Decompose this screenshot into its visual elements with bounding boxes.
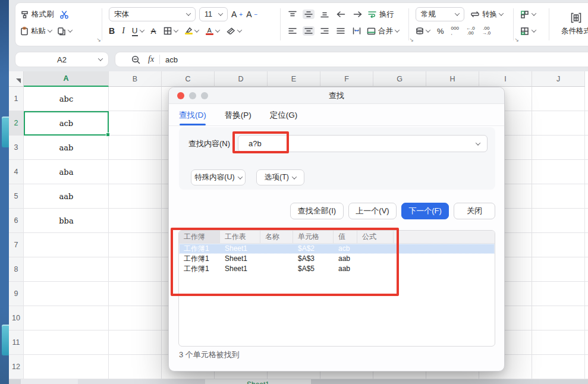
currency-button[interactable] (416, 27, 430, 35)
copy-button[interactable] (57, 27, 72, 36)
decrease-indent-icon[interactable] (335, 10, 347, 19)
borders-icon (163, 27, 172, 35)
fill-handle[interactable] (106, 133, 110, 137)
zoom-out-magnifier-icon[interactable] (131, 55, 140, 64)
dialog-tab-row: 查找(D) 替换(P) 定位(G) (169, 104, 504, 126)
dialog-title-bar[interactable]: 查找 (169, 87, 504, 104)
options-button[interactable]: 选项(T) (256, 169, 304, 185)
merge-cells-button[interactable]: 合并 (367, 26, 399, 36)
cell-A1[interactable]: abc (24, 87, 109, 111)
justify-icon[interactable] (335, 26, 347, 36)
cell-A4[interactable]: aba (24, 160, 109, 184)
percent-style-button[interactable]: % (437, 27, 444, 36)
close-traffic-light[interactable] (177, 92, 184, 99)
column-header-C[interactable]: C (162, 71, 215, 87)
chevron-down-icon (194, 27, 199, 32)
font-family-combo[interactable]: 宋体 (109, 7, 196, 21)
tab-replace[interactable]: 替换(P) (225, 110, 251, 125)
align-top-icon[interactable] (287, 10, 298, 19)
next-button[interactable]: 下一个(F) (401, 203, 449, 219)
row-header-2[interactable]: 2 (9, 111, 24, 136)
row-header-9[interactable]: 9 (9, 282, 24, 306)
select-all-corner[interactable] (9, 71, 24, 87)
row-header-10[interactable]: 10 (9, 306, 24, 331)
increase-indent-icon[interactable] (351, 10, 364, 19)
cell-A3[interactable]: aab (24, 136, 109, 160)
cell-A6[interactable]: bba (24, 209, 109, 233)
formula-bar-value[interactable]: acb (165, 55, 178, 64)
paste-button[interactable]: 粘贴 (20, 26, 52, 36)
column-header-E[interactable]: E (268, 71, 320, 87)
clipboard-dialog-launcher[interactable]: ↘ (96, 37, 101, 43)
minimize-traffic-light[interactable] (189, 92, 196, 99)
strikethrough-button[interactable]: A (151, 27, 156, 36)
column-header-F[interactable]: F (320, 71, 373, 87)
align-left-icon[interactable] (287, 26, 298, 36)
highlight-color-button[interactable] (185, 27, 199, 34)
align-right-icon[interactable] (319, 26, 331, 36)
row-header-1[interactable]: 1 (9, 87, 24, 111)
row-header-5[interactable]: 5 (9, 184, 24, 209)
cut-button[interactable] (59, 10, 69, 19)
tab-goto[interactable]: 定位(G) (270, 110, 298, 125)
row-header-4[interactable]: 4 (9, 160, 24, 184)
format-painter-button[interactable]: 格式刷 (20, 10, 54, 20)
row-header-3[interactable]: 3 (9, 136, 24, 160)
row-header-11[interactable]: 11 (9, 331, 24, 355)
cell-A5[interactable]: aab (24, 184, 109, 209)
column-header-B[interactable]: B (109, 71, 162, 87)
increase-decimal-button[interactable]: ←.0 .00 (466, 26, 475, 36)
chevron-down-icon[interactable] (532, 11, 536, 15)
row-header-8[interactable]: 8 (9, 257, 24, 282)
sheet-tab-active[interactable]: Sheet1 (205, 379, 311, 384)
formula-bar[interactable]: fx acb (115, 52, 588, 67)
text-orientation-icon[interactable] (351, 26, 363, 36)
insert-cells-icon[interactable] (520, 10, 529, 18)
font-group: 宋体 11 A+ A− B I U (109, 6, 278, 43)
column-header-J[interactable]: J (532, 71, 585, 87)
ribbon-divider (549, 8, 549, 40)
previous-button[interactable]: 上一个(V) (348, 203, 397, 219)
column-header-A[interactable]: A (24, 71, 109, 87)
borders-button[interactable] (163, 27, 178, 35)
conditional-format-button[interactable]: 条件格式 (554, 6, 588, 43)
decrease-decimal-button[interactable]: .00 →.0 (482, 26, 491, 36)
comma-style-button[interactable]: 000 , (451, 26, 459, 36)
column-header-I[interactable]: I (479, 71, 532, 87)
font-size-combo[interactable]: 11 (199, 7, 228, 21)
bold-button[interactable]: B (109, 26, 115, 36)
alignment-dialog-launcher[interactable]: ↘ (409, 37, 414, 43)
close-button[interactable]: 关闭 (454, 203, 495, 219)
row-header-12[interactable]: 12 (9, 355, 24, 379)
fx-icon[interactable]: fx (148, 55, 154, 64)
column-header-H[interactable]: H (426, 71, 479, 87)
special-content-button[interactable]: 特殊内容(U) (191, 169, 246, 185)
row-header-7[interactable]: 7 (9, 233, 24, 257)
increase-font-button[interactable]: A+ (231, 10, 243, 19)
italic-button[interactable]: I (122, 26, 125, 36)
underline-button[interactable]: U (132, 26, 144, 36)
wrap-text-button[interactable]: 换行 (368, 10, 394, 20)
zoom-traffic-light[interactable] (201, 92, 208, 99)
number-dialog-launcher[interactable]: ↘ (514, 37, 519, 43)
decrease-font-button[interactable]: A− (246, 10, 257, 19)
tab-find[interactable]: 查找(D) (179, 110, 206, 125)
name-box[interactable]: A2 (15, 52, 109, 67)
sheet-tab[interactable] (21, 379, 78, 384)
delete-cells-icon[interactable] (520, 27, 529, 35)
find-all-button[interactable]: 查找全部(I) (290, 203, 344, 219)
row-header-6[interactable]: 6 (9, 209, 24, 233)
formula-bar-divider (159, 55, 160, 64)
chevron-down-icon[interactable] (532, 27, 536, 32)
align-bottom-icon[interactable] (319, 10, 331, 19)
convert-button[interactable]: 转换 (470, 10, 503, 20)
align-middle-icon[interactable] (303, 10, 315, 19)
sheet-tab[interactable] (78, 379, 205, 384)
active-cell-selection[interactable] (24, 111, 109, 136)
column-header-G[interactable]: G (373, 71, 426, 87)
align-center-icon[interactable] (303, 26, 315, 36)
column-header-D[interactable]: D (215, 71, 268, 87)
number-format-combo[interactable]: 常规 (416, 7, 464, 21)
font-color-button[interactable]: A (206, 27, 219, 35)
eraser-button[interactable] (227, 27, 241, 35)
